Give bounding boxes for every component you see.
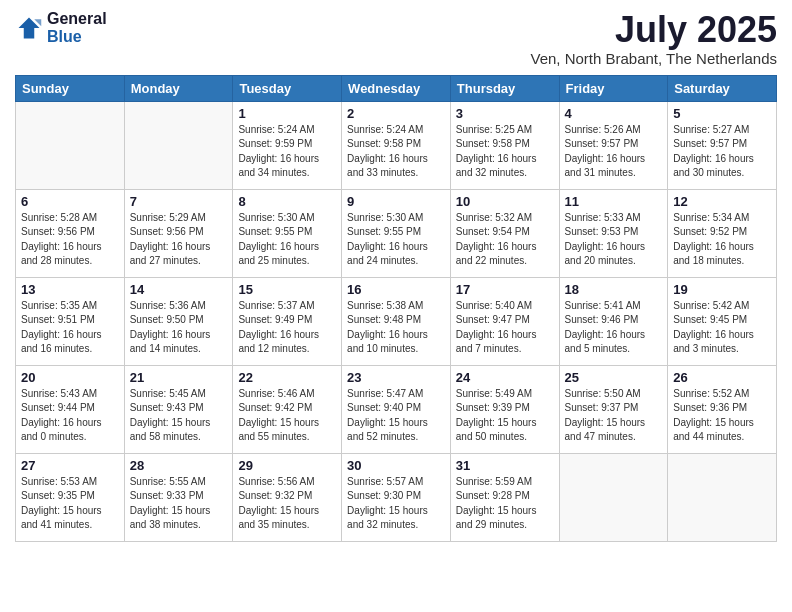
main-title: July 2025 [530, 10, 777, 50]
day-info: Sunrise: 5:33 AM Sunset: 9:53 PM Dayligh… [565, 211, 663, 269]
day-info: Sunrise: 5:38 AM Sunset: 9:48 PM Dayligh… [347, 299, 445, 357]
calendar-cell-w3-d3: 15Sunrise: 5:37 AM Sunset: 9:49 PM Dayli… [233, 277, 342, 365]
day-info: Sunrise: 5:40 AM Sunset: 9:47 PM Dayligh… [456, 299, 554, 357]
calendar-cell-w1-d1 [16, 101, 125, 189]
day-number: 28 [130, 458, 228, 473]
day-number: 10 [456, 194, 554, 209]
day-info: Sunrise: 5:55 AM Sunset: 9:33 PM Dayligh… [130, 475, 228, 533]
day-number: 17 [456, 282, 554, 297]
calendar-cell-w1-d4: 2Sunrise: 5:24 AM Sunset: 9:58 PM Daylig… [342, 101, 451, 189]
week-row-4: 20Sunrise: 5:43 AM Sunset: 9:44 PM Dayli… [16, 365, 777, 453]
calendar-header: Sunday Monday Tuesday Wednesday Thursday… [16, 75, 777, 101]
logo: General Blue [15, 10, 107, 45]
day-info: Sunrise: 5:46 AM Sunset: 9:42 PM Dayligh… [238, 387, 336, 445]
calendar-cell-w1-d5: 3Sunrise: 5:25 AM Sunset: 9:58 PM Daylig… [450, 101, 559, 189]
day-number: 23 [347, 370, 445, 385]
calendar-cell-w4-d7: 26Sunrise: 5:52 AM Sunset: 9:36 PM Dayli… [668, 365, 777, 453]
calendar-cell-w3-d4: 16Sunrise: 5:38 AM Sunset: 9:48 PM Dayli… [342, 277, 451, 365]
logo-general-text: General [47, 10, 107, 28]
calendar-cell-w4-d3: 22Sunrise: 5:46 AM Sunset: 9:42 PM Dayli… [233, 365, 342, 453]
day-info: Sunrise: 5:37 AM Sunset: 9:49 PM Dayligh… [238, 299, 336, 357]
header-friday: Friday [559, 75, 668, 101]
day-number: 12 [673, 194, 771, 209]
calendar-cell-w5-d1: 27Sunrise: 5:53 AM Sunset: 9:35 PM Dayli… [16, 453, 125, 541]
calendar-cell-w3-d5: 17Sunrise: 5:40 AM Sunset: 9:47 PM Dayli… [450, 277, 559, 365]
header-sunday: Sunday [16, 75, 125, 101]
page: General Blue July 2025 Ven, North Braban… [0, 0, 792, 612]
calendar-cell-w4-d6: 25Sunrise: 5:50 AM Sunset: 9:37 PM Dayli… [559, 365, 668, 453]
day-number: 1 [238, 106, 336, 121]
calendar-cell-w2-d6: 11Sunrise: 5:33 AM Sunset: 9:53 PM Dayli… [559, 189, 668, 277]
day-info: Sunrise: 5:35 AM Sunset: 9:51 PM Dayligh… [21, 299, 119, 357]
calendar-cell-w5-d7 [668, 453, 777, 541]
day-number: 4 [565, 106, 663, 121]
week-row-3: 13Sunrise: 5:35 AM Sunset: 9:51 PM Dayli… [16, 277, 777, 365]
header-tuesday: Tuesday [233, 75, 342, 101]
day-info: Sunrise: 5:41 AM Sunset: 9:46 PM Dayligh… [565, 299, 663, 357]
calendar-cell-w2-d5: 10Sunrise: 5:32 AM Sunset: 9:54 PM Dayli… [450, 189, 559, 277]
day-info: Sunrise: 5:30 AM Sunset: 9:55 PM Dayligh… [238, 211, 336, 269]
day-number: 13 [21, 282, 119, 297]
calendar-cell-w5-d2: 28Sunrise: 5:55 AM Sunset: 9:33 PM Dayli… [124, 453, 233, 541]
week-row-1: 1Sunrise: 5:24 AM Sunset: 9:59 PM Daylig… [16, 101, 777, 189]
week-row-5: 27Sunrise: 5:53 AM Sunset: 9:35 PM Dayli… [16, 453, 777, 541]
day-number: 16 [347, 282, 445, 297]
day-number: 3 [456, 106, 554, 121]
calendar-cell-w5-d5: 31Sunrise: 5:59 AM Sunset: 9:28 PM Dayli… [450, 453, 559, 541]
calendar-cell-w1-d3: 1Sunrise: 5:24 AM Sunset: 9:59 PM Daylig… [233, 101, 342, 189]
calendar-cell-w3-d2: 14Sunrise: 5:36 AM Sunset: 9:50 PM Dayli… [124, 277, 233, 365]
calendar-cell-w1-d2 [124, 101, 233, 189]
day-number: 2 [347, 106, 445, 121]
calendar-cell-w1-d6: 4Sunrise: 5:26 AM Sunset: 9:57 PM Daylig… [559, 101, 668, 189]
subtitle: Ven, North Brabant, The Netherlands [530, 50, 777, 67]
day-info: Sunrise: 5:59 AM Sunset: 9:28 PM Dayligh… [456, 475, 554, 533]
weekday-header-row: Sunday Monday Tuesday Wednesday Thursday… [16, 75, 777, 101]
logo-icon [15, 14, 43, 42]
day-info: Sunrise: 5:53 AM Sunset: 9:35 PM Dayligh… [21, 475, 119, 533]
day-info: Sunrise: 5:36 AM Sunset: 9:50 PM Dayligh… [130, 299, 228, 357]
day-info: Sunrise: 5:56 AM Sunset: 9:32 PM Dayligh… [238, 475, 336, 533]
day-info: Sunrise: 5:57 AM Sunset: 9:30 PM Dayligh… [347, 475, 445, 533]
calendar-cell-w1-d7: 5Sunrise: 5:27 AM Sunset: 9:57 PM Daylig… [668, 101, 777, 189]
day-info: Sunrise: 5:43 AM Sunset: 9:44 PM Dayligh… [21, 387, 119, 445]
day-number: 19 [673, 282, 771, 297]
calendar-cell-w3-d6: 18Sunrise: 5:41 AM Sunset: 9:46 PM Dayli… [559, 277, 668, 365]
day-number: 26 [673, 370, 771, 385]
day-number: 31 [456, 458, 554, 473]
day-number: 9 [347, 194, 445, 209]
calendar-cell-w2-d4: 9Sunrise: 5:30 AM Sunset: 9:55 PM Daylig… [342, 189, 451, 277]
header: General Blue July 2025 Ven, North Braban… [15, 10, 777, 67]
header-saturday: Saturday [668, 75, 777, 101]
day-number: 25 [565, 370, 663, 385]
calendar-cell-w2-d2: 7Sunrise: 5:29 AM Sunset: 9:56 PM Daylig… [124, 189, 233, 277]
calendar-cell-w5-d3: 29Sunrise: 5:56 AM Sunset: 9:32 PM Dayli… [233, 453, 342, 541]
day-number: 8 [238, 194, 336, 209]
day-number: 30 [347, 458, 445, 473]
calendar: Sunday Monday Tuesday Wednesday Thursday… [15, 75, 777, 542]
day-number: 24 [456, 370, 554, 385]
calendar-cell-w5-d6 [559, 453, 668, 541]
day-number: 5 [673, 106, 771, 121]
day-number: 15 [238, 282, 336, 297]
calendar-cell-w2-d1: 6Sunrise: 5:28 AM Sunset: 9:56 PM Daylig… [16, 189, 125, 277]
calendar-cell-w3-d7: 19Sunrise: 5:42 AM Sunset: 9:45 PM Dayli… [668, 277, 777, 365]
header-thursday: Thursday [450, 75, 559, 101]
header-monday: Monday [124, 75, 233, 101]
day-number: 11 [565, 194, 663, 209]
day-info: Sunrise: 5:49 AM Sunset: 9:39 PM Dayligh… [456, 387, 554, 445]
day-number: 27 [21, 458, 119, 473]
day-info: Sunrise: 5:29 AM Sunset: 9:56 PM Dayligh… [130, 211, 228, 269]
title-area: July 2025 Ven, North Brabant, The Nether… [530, 10, 777, 67]
day-number: 21 [130, 370, 228, 385]
day-info: Sunrise: 5:42 AM Sunset: 9:45 PM Dayligh… [673, 299, 771, 357]
week-row-2: 6Sunrise: 5:28 AM Sunset: 9:56 PM Daylig… [16, 189, 777, 277]
day-info: Sunrise: 5:30 AM Sunset: 9:55 PM Dayligh… [347, 211, 445, 269]
calendar-cell-w4-d5: 24Sunrise: 5:49 AM Sunset: 9:39 PM Dayli… [450, 365, 559, 453]
day-number: 20 [21, 370, 119, 385]
day-info: Sunrise: 5:25 AM Sunset: 9:58 PM Dayligh… [456, 123, 554, 181]
day-info: Sunrise: 5:24 AM Sunset: 9:59 PM Dayligh… [238, 123, 336, 181]
day-info: Sunrise: 5:26 AM Sunset: 9:57 PM Dayligh… [565, 123, 663, 181]
calendar-cell-w4-d4: 23Sunrise: 5:47 AM Sunset: 9:40 PM Dayli… [342, 365, 451, 453]
day-info: Sunrise: 5:47 AM Sunset: 9:40 PM Dayligh… [347, 387, 445, 445]
calendar-cell-w2-d3: 8Sunrise: 5:30 AM Sunset: 9:55 PM Daylig… [233, 189, 342, 277]
